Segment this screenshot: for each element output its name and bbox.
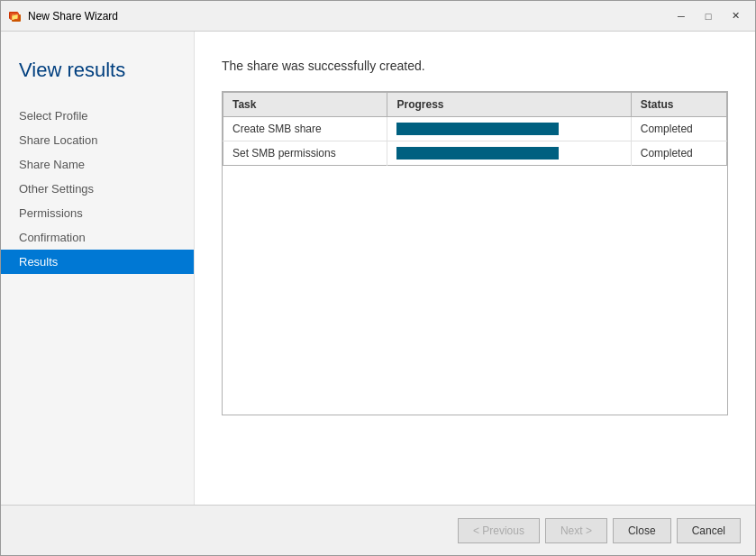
results-table-wrapper: Task Progress Status Create SMB share — [222, 91, 728, 415]
next-button[interactable]: Next > — [545, 518, 607, 543]
col-header-task: Task — [223, 93, 387, 117]
task-cell: Set SMB permissions — [223, 141, 387, 166]
sidebar-item-share-location[interactable]: Share Location — [1, 128, 194, 152]
status-cell: Completed — [631, 141, 726, 166]
footer: < Previous Next > Close Cancel — [1, 505, 755, 555]
progress-bar-container — [396, 147, 559, 160]
table-row: Set SMB permissions Completed — [223, 141, 727, 166]
content-area: View results Select Profile Share Locati… — [1, 32, 755, 505]
wizard-window: 📁 New Share Wizard ─ □ ✕ View results Se… — [0, 0, 756, 556]
window-close-button[interactable]: ✕ — [723, 6, 748, 26]
table-header-row: Task Progress Status — [223, 93, 727, 117]
progress-bar-container — [396, 123, 559, 135]
sidebar-item-confirmation[interactable]: Confirmation — [1, 225, 194, 250]
table-body: Create SMB share Completed Set SMB permi… — [223, 117, 727, 166]
results-table: Task Progress Status Create SMB share — [223, 92, 727, 166]
progress-bar-fill — [396, 123, 559, 135]
main-content: The share was successfully created. Task… — [195, 32, 755, 505]
sidebar: View results Select Profile Share Locati… — [1, 32, 195, 505]
sidebar-item-share-name[interactable]: Share Name — [1, 152, 194, 177]
sidebar-item-other-settings[interactable]: Other Settings — [1, 177, 194, 201]
share-wizard-icon: 📁 — [8, 9, 23, 23]
progress-cell — [387, 117, 631, 141]
progress-bar-fill — [396, 147, 559, 160]
col-header-progress: Progress — [387, 93, 631, 117]
minimize-button[interactable]: ─ — [669, 6, 694, 26]
window-title: New Share Wizard — [28, 10, 669, 23]
col-header-status: Status — [631, 93, 726, 117]
restore-button[interactable]: □ — [696, 6, 721, 26]
nav-list: Select Profile Share Location Share Name… — [1, 104, 194, 274]
close-button[interactable]: Close — [613, 518, 671, 543]
task-cell: Create SMB share — [223, 117, 387, 141]
svg-text:📁: 📁 — [11, 13, 19, 21]
progress-cell — [387, 141, 631, 166]
sidebar-item-permissions[interactable]: Permissions — [1, 201, 194, 225]
table-row: Create SMB share Completed — [223, 117, 727, 141]
window-controls: ─ □ ✕ — [669, 6, 748, 26]
success-message: The share was successfully created. — [222, 59, 728, 73]
previous-button[interactable]: < Previous — [458, 518, 540, 543]
status-cell: Completed — [631, 117, 726, 141]
title-bar: 📁 New Share Wizard ─ □ ✕ — [1, 1, 755, 32]
page-title: View results — [1, 50, 194, 104]
sidebar-item-results[interactable]: Results — [1, 250, 194, 274]
cancel-button[interactable]: Cancel — [677, 518, 741, 543]
sidebar-item-select-profile[interactable]: Select Profile — [1, 104, 194, 128]
